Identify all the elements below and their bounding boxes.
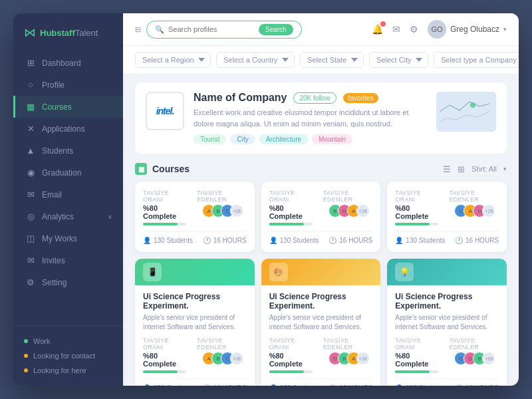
card-thumb-icon-4: 📱	[143, 263, 162, 281]
course-card-5[interactable]: 🎨 Ui Science Progress Experiment. Apple'…	[261, 259, 381, 386]
search-input[interactable]	[168, 25, 255, 33]
sidebar-item-graduation[interactable]: ◉ Graduation	[13, 162, 123, 184]
logo[interactable]: ⋈ HubstaffTalent	[13, 13, 123, 49]
tag-mountain[interactable]: Mountain	[312, 134, 352, 144]
avatar-count: +28	[482, 204, 495, 217]
endorsers-label: TAVSİYE EDENLER	[449, 190, 499, 203]
sidebar-label: Dashboard	[42, 59, 81, 68]
course-card-6[interactable]: 💡 Ui Science Progress Experiment. Apple'…	[387, 259, 507, 386]
card-divider	[395, 231, 499, 231]
sidebar-item-applications[interactable]: ✕ Applications	[13, 118, 123, 140]
card-divider	[269, 231, 373, 231]
tag-architecture[interactable]: Architecture	[259, 134, 308, 144]
endorsers-label: TAVSİYE EDENLER	[323, 190, 373, 203]
sidebar-item-profile[interactable]: ○ Profile	[13, 74, 123, 96]
sidebar-nav: ⊞ Dashboard ○ Profile ▦ Courses ✕ Applic…	[13, 49, 123, 325]
card-progress-section: TAVSİYE ORANI %80 Complete TAVSİYE EDENL…	[143, 190, 247, 225]
state-select[interactable]: Select State	[300, 52, 364, 68]
courses-title: ▦ Courses	[135, 163, 190, 175]
sidebar-label: My Works	[42, 234, 77, 243]
filter-button[interactable]: ⊟	[135, 25, 141, 34]
notification-button[interactable]: 🔔	[372, 24, 383, 35]
footer-here[interactable]: Looking for here	[24, 363, 112, 378]
card-title-5: Ui Science Progress Experiment.	[269, 292, 373, 311]
profile-icon: ○	[26, 80, 35, 90]
mail-button[interactable]: ✉	[392, 24, 400, 35]
map-thumbnail	[436, 92, 496, 132]
logo-text: HubstaffTalent	[40, 28, 98, 38]
progress-fill	[395, 223, 430, 225]
sidebar-item-invites[interactable]: ✉ Invites	[13, 249, 123, 271]
card-stats: 👤 130 Students 🕐 16 HOURS	[269, 237, 373, 244]
footer-here-label: Looking for here	[33, 366, 86, 374]
mail-icon: ✉	[392, 24, 400, 35]
company-select[interactable]: Select type a Company	[434, 52, 519, 68]
user-menu[interactable]: GO Greg Olubacz ▾	[428, 20, 507, 39]
sidebar-label: Setting	[42, 278, 66, 287]
follow-badge[interactable]: 20K follow	[293, 92, 336, 104]
logo-icon: ⋈	[24, 25, 36, 40]
sidebar-label: Graduation	[42, 168, 81, 178]
student-stat: 👤 130 Students	[143, 237, 193, 244]
card-top: TAVSİYE ORANI %80 Complete TAVSİYE EDENL…	[269, 190, 373, 225]
card-desc-6: Apple's senior vice president of interne…	[395, 313, 499, 332]
clock-icon: 🕐	[329, 237, 336, 244]
sort-chevron-icon[interactable]: ▾	[503, 166, 507, 172]
dashboard-icon: ⊞	[26, 58, 35, 68]
country-select[interactable]: Select a Country	[216, 52, 295, 68]
tag-tourist[interactable]: Tourist	[194, 134, 226, 144]
sidebar: ⋈ HubstaffTalent ⊞ Dashboard ○ Profile ▦…	[13, 13, 123, 386]
course-card-2[interactable]: TAVSİYE ORANI %80 Complete TAVSİYE EDENL…	[261, 182, 381, 252]
sidebar-item-myworks[interactable]: ◫ My Works	[13, 227, 123, 249]
course-card-1[interactable]: TAVSİYE ORANI %80 Complete TAVSİYE EDENL…	[135, 182, 255, 252]
sort-label[interactable]: Shrt: All	[471, 165, 497, 173]
search-button-sm[interactable]: Search	[259, 24, 293, 35]
header-actions: 🔔 ✉ ⚙ GO Greg Olubacz ▾	[372, 20, 507, 39]
invites-icon: ✉	[26, 255, 35, 265]
sidebar-item-email[interactable]: ✉ Email	[13, 184, 123, 205]
progress-value: %80 Complete	[395, 204, 438, 220]
avatar: GO	[428, 20, 446, 39]
company-name: Name of Company	[194, 92, 287, 104]
sidebar-item-setting[interactable]: ⚙ Setting	[13, 271, 123, 293]
search-icon: 🔍	[155, 25, 164, 34]
progress-fill	[143, 223, 178, 225]
sidebar-item-analytics[interactable]: ◎ Analytics ∨	[13, 205, 123, 227]
region-select[interactable]: Select a Region	[135, 52, 211, 68]
sidebar-item-students[interactable]: ▲ Students	[13, 140, 123, 162]
card-divider	[143, 231, 247, 231]
student-stat: 👤 130 Students	[395, 237, 445, 244]
sidebar-item-dashboard[interactable]: ⊞ Dashboard	[13, 52, 123, 74]
tag-city[interactable]: City	[230, 134, 255, 144]
list-view-button[interactable]: ☰	[443, 164, 451, 174]
favorites-badge[interactable]: favorites	[343, 93, 379, 103]
progress-label: TAVSİYE ORANI	[269, 190, 313, 203]
clock-icon: 🕐	[455, 237, 463, 244]
footer-work-label: Work	[33, 337, 50, 345]
sidebar-item-courses[interactable]: ▦ Courses	[13, 96, 123, 118]
card-color-header-6: 💡	[387, 259, 507, 285]
city-select[interactable]: Select City	[369, 52, 428, 68]
notification-badge	[380, 21, 386, 27]
company-banner: intel. Name of Company 20K follow favori…	[135, 82, 507, 154]
course-card-3[interactable]: TAVSİYE ORANI %80 Complete TAVSİYE EDENL…	[387, 182, 507, 252]
settings-button[interactable]: ⚙	[410, 24, 418, 35]
hours-stat: 🕐 16 HOURS	[329, 237, 372, 244]
header: ⊟ 🔍 Search 🔔 ✉ ⚙	[123, 13, 519, 46]
footer-work[interactable]: Work	[24, 334, 112, 348]
user-name: Greg Olubacz	[450, 25, 499, 34]
courses-icon: ▦	[135, 163, 147, 175]
students-icon: ▲	[26, 146, 35, 156]
student-icon: 👤	[395, 237, 403, 244]
card-avatars: B D A +28	[329, 204, 373, 217]
grid-view-button[interactable]: ⊞	[458, 164, 465, 174]
footer-contact-label: Looking for contact	[33, 352, 95, 360]
myworks-icon: ◫	[26, 233, 35, 243]
company-description: Excellent work and creative eiusmod temp…	[194, 107, 427, 129]
svg-point-1	[470, 102, 475, 108]
filter-icon: ⊟	[135, 25, 141, 34]
footer-contact[interactable]: Looking for contact	[24, 348, 112, 363]
company-logo: intel.	[146, 92, 184, 130]
course-card-4[interactable]: 📱 Ui Science Progress Experiment. Apple'…	[135, 259, 255, 386]
email-nav-icon: ✉	[26, 190, 35, 200]
